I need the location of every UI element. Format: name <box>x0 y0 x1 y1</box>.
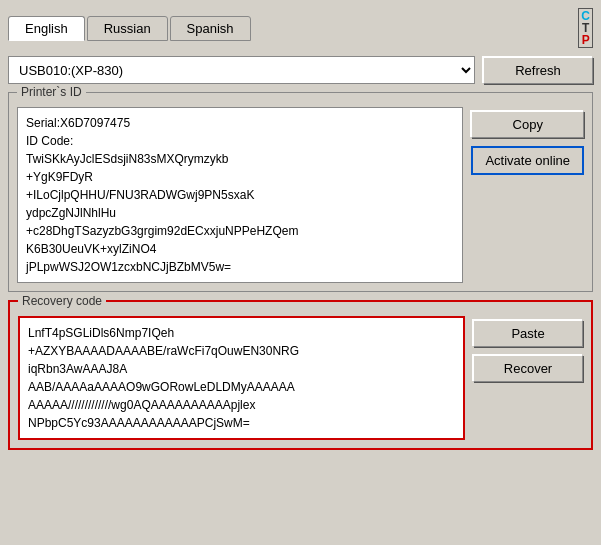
activate-online-button[interactable]: Activate online <box>471 146 584 175</box>
printer-id-content: Serial:X6D7097475 ID Code: TwiSKkAyJclES… <box>17 107 584 283</box>
tab-russian[interactable]: Russian <box>87 16 168 41</box>
logo: C T P <box>578 8 593 48</box>
paste-button[interactable]: Paste <box>473 320 583 347</box>
tab-english[interactable]: English <box>8 16 85 41</box>
id-buttons: Copy Activate online <box>471 107 584 283</box>
printer-id-label: Printer`s ID <box>17 85 86 99</box>
tab-spanish[interactable]: Spanish <box>170 16 251 41</box>
printer-select[interactable]: USB010:(XP-830) <box>8 56 475 84</box>
main-window: English Russian Spanish C T P USB010:(XP… <box>0 0 601 545</box>
recovery-inner: LnfT4pSGLiDls6Nmp7IQeh +AZXYBAAAADAAAABE… <box>18 316 583 440</box>
refresh-button[interactable]: Refresh <box>483 57 593 84</box>
recover-button[interactable]: Recover <box>473 355 583 382</box>
printer-id-group: Printer`s ID Serial:X6D7097475 ID Code: … <box>8 92 593 292</box>
recovery-code-text[interactable]: LnfT4pSGLiDls6Nmp7IQeh +AZXYBAAAADAAAABE… <box>18 316 465 440</box>
copy-button[interactable]: Copy <box>471 111 584 138</box>
recovery-code-label: Recovery code <box>18 294 106 308</box>
tab-group: English Russian Spanish <box>8 16 253 41</box>
printer-select-row: USB010:(XP-830) Refresh <box>8 56 593 84</box>
recovery-buttons: Paste Recover <box>473 316 583 440</box>
top-bar: English Russian Spanish C T P <box>8 8 593 48</box>
logo-p: P <box>582 34 590 46</box>
recovery-code-group: Recovery code LnfT4pSGLiDls6Nmp7IQeh +AZ… <box>8 300 593 450</box>
printer-id-text: Serial:X6D7097475 ID Code: TwiSKkAyJclES… <box>17 107 463 283</box>
